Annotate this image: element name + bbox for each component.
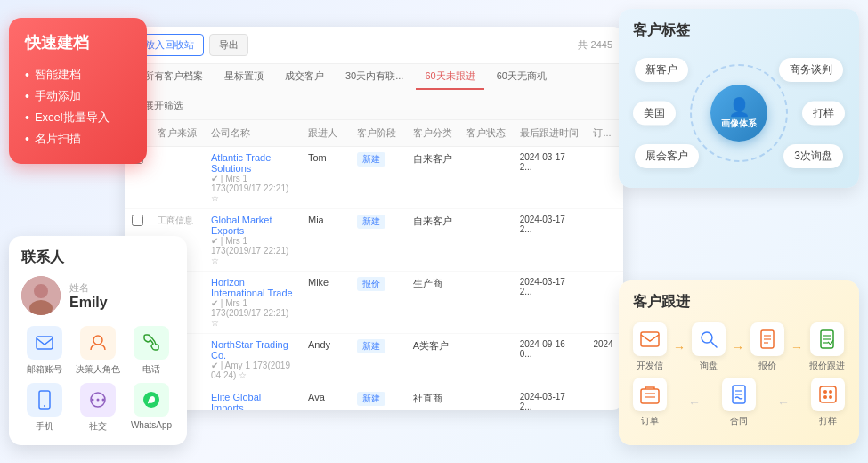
cell-last-contact: 2024-03-17 2... xyxy=(513,386,587,410)
contact-profile: 姓名 Emily xyxy=(21,276,174,315)
table-row[interactable]: 工商信息 Global Market Exports ✔ | Mrs 1 173… xyxy=(125,209,623,272)
contact-action-role[interactable]: 决策人角色 xyxy=(75,326,121,376)
followup-quote[interactable]: 报价 xyxy=(750,322,784,372)
cell-type: 社直商 xyxy=(406,386,459,410)
cell-status xyxy=(459,334,513,386)
develop-icon xyxy=(633,322,667,356)
cell-last-contact: 2024-09-16 0... xyxy=(513,334,587,386)
email-label: 邮箱账号 xyxy=(27,363,62,376)
contact-action-phone[interactable]: 电话 xyxy=(128,326,174,376)
tab-starred[interactable]: 星标置顶 xyxy=(215,64,272,90)
cell-assignee: Tom xyxy=(301,147,350,209)
cell-last-contact: 2024-03-17 2... xyxy=(513,209,587,272)
cell-stage: 新建 xyxy=(350,209,406,272)
table-count: 共 2445 xyxy=(578,38,612,52)
svg-point-31 xyxy=(829,390,832,394)
center-label: 画像体系 xyxy=(721,118,757,130)
tag-sample[interactable]: 打样 xyxy=(802,102,845,126)
table-area[interactable]: 客户来源 公司名称 跟进人 客户阶段 客户分类 客户状态 最后跟进时间 订...… xyxy=(125,120,623,410)
tab-60days-nofollowup[interactable]: 60天未跟进 xyxy=(416,64,483,90)
svg-point-1 xyxy=(34,284,48,298)
followup-row2: 订单 ← 合同 ← xyxy=(633,378,845,427)
followup-quote-followup[interactable]: 报价跟进 xyxy=(809,322,845,372)
svg-point-32 xyxy=(823,395,827,399)
followup-inquiry[interactable]: 询盘 xyxy=(692,322,726,372)
col-last-contact: 最后跟进时间 xyxy=(513,120,587,147)
tab-30days[interactable]: 30天内有联... xyxy=(337,64,412,90)
quick-build-item-excel[interactable]: Excel批量导入 xyxy=(25,107,131,128)
cell-stage: 新建 xyxy=(350,334,406,386)
table-body: Atlantic Trade Solutions ✔ | Mrs 1 173(2… xyxy=(125,147,623,410)
tag-inquiry3[interactable]: 3次询盘 xyxy=(783,144,843,168)
followup-order[interactable]: 订单 xyxy=(633,378,667,427)
tag-new-customer[interactable]: 新客户 xyxy=(635,58,688,82)
table-row[interactable]: Atlantic Trade Solutions ✔ | Mrs 1 173(2… xyxy=(125,147,623,209)
tags-diagram: 新客户 商务谈判 美国 打样 展会客户 3次询盘 👤 画像体系 xyxy=(633,51,845,175)
cell-status xyxy=(459,386,513,410)
svg-point-10 xyxy=(102,399,105,402)
svg-point-6 xyxy=(44,405,45,407)
arrow4: ← xyxy=(688,395,701,410)
svg-rect-23 xyxy=(641,389,659,403)
cell-company: Elite Global Imports ✔ | Ava 1 173(2019/… xyxy=(204,386,301,410)
tab-deal[interactable]: 成交客户 xyxy=(276,64,333,90)
table-row[interactable]: Elite Global Imports ✔ | Ava 1 173(2019/… xyxy=(125,386,623,410)
email-icon-box xyxy=(27,326,62,360)
quick-build-item-card[interactable]: 名片扫描 xyxy=(25,128,131,150)
tag-usa[interactable]: 美国 xyxy=(633,102,676,126)
table-row[interactable]: 渠道 Horizon International Trade ✔ | Mrs 1… xyxy=(125,272,623,334)
role-icon-box xyxy=(80,326,116,360)
contact-action-whatsapp[interactable]: WhatsApp xyxy=(128,383,174,433)
svg-point-8 xyxy=(92,399,94,402)
svg-point-9 xyxy=(97,399,100,402)
phone-icon-box xyxy=(134,326,169,360)
cell-last-contact: 2024-03-17 2... xyxy=(513,272,587,334)
table-panel: 放入回收站 导出 共 2445 所有客户档案 星标置顶 成交客户 30天内有联.… xyxy=(125,27,623,410)
tags-title: 客户标签 xyxy=(633,21,845,40)
social-icon-box xyxy=(80,383,116,417)
quote-followup-icon xyxy=(810,322,844,356)
cell-assignee: Mia xyxy=(301,209,350,272)
quote-label: 报价 xyxy=(758,360,776,372)
social-label: 社交 xyxy=(89,420,107,433)
contact-action-social[interactable]: 社交 xyxy=(75,383,121,433)
cell-assignee: Ava xyxy=(301,386,350,410)
col-orders: 订... xyxy=(586,120,623,147)
contact-action-email[interactable]: 邮箱账号 xyxy=(21,326,68,376)
quote-icon xyxy=(750,322,784,356)
col-company: 公司名称 xyxy=(204,120,301,147)
export-btn[interactable]: 导出 xyxy=(209,34,248,56)
contact-action-mobile[interactable]: 手机 xyxy=(21,383,68,433)
phone-label: 电话 xyxy=(142,363,160,376)
cell-source xyxy=(150,147,204,209)
tab-60days-noopp[interactable]: 60天无商机 xyxy=(488,64,556,90)
contract-icon xyxy=(722,378,756,411)
followup-sample[interactable]: 打样 xyxy=(811,378,845,427)
role-label: 决策人角色 xyxy=(76,363,120,376)
develop-label: 开发信 xyxy=(637,360,663,372)
inquiry-label: 询盘 xyxy=(700,360,718,372)
tag-exhibition[interactable]: 展会客户 xyxy=(635,144,699,168)
svg-rect-3 xyxy=(37,337,53,349)
quick-build-item-manual[interactable]: 手动添加 xyxy=(25,85,131,107)
cell-type: 自来客户 xyxy=(406,147,459,209)
cell-type: A类客户 xyxy=(406,334,459,386)
cell-status xyxy=(459,272,513,334)
cell-stage: 新建 xyxy=(350,386,406,410)
svg-point-30 xyxy=(823,390,827,394)
followup-develop[interactable]: 开发信 xyxy=(633,322,667,372)
cell-company: Atlantic Trade Solutions ✔ | Mrs 1 173(2… xyxy=(204,147,301,209)
followup-contract[interactable]: 合同 xyxy=(722,378,756,427)
cell-company: Global Market Exports ✔ | Mrs 1 173(2019… xyxy=(204,209,301,272)
customer-table: 客户来源 公司名称 跟进人 客户阶段 客户分类 客户状态 最后跟进时间 订...… xyxy=(125,120,623,410)
cell-status xyxy=(459,209,513,272)
table-row[interactable]: 渠道 NorthStar Trading Co. ✔ | Amy 1 173(2… xyxy=(125,334,623,386)
col-type: 客户分类 xyxy=(406,120,459,147)
cell-orders xyxy=(586,147,623,209)
svg-point-33 xyxy=(829,395,832,399)
contract-label: 合同 xyxy=(730,415,748,427)
tag-negotiation[interactable]: 商务谈判 xyxy=(779,58,843,82)
quick-build-item-ai[interactable]: 智能建档 xyxy=(25,64,131,85)
cell-assignee: Mike xyxy=(301,272,350,334)
cell-stage: 报价 xyxy=(350,272,406,334)
